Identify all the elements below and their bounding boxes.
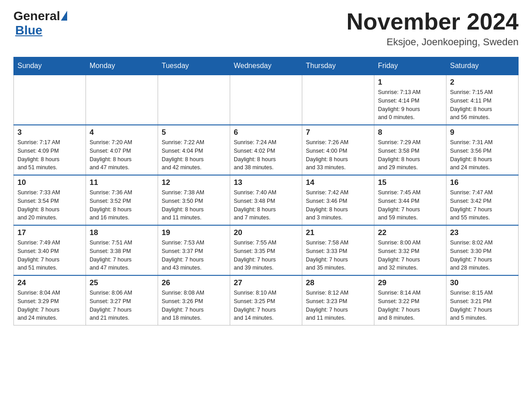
day-number: 16 xyxy=(450,178,515,187)
day-info: Sunrise: 8:12 AMSunset: 3:23 PMDaylight:… xyxy=(306,289,370,322)
calendar-header-thursday: Thursday xyxy=(302,57,374,75)
day-info: Sunrise: 7:17 AMSunset: 4:09 PMDaylight:… xyxy=(17,138,82,172)
day-number: 15 xyxy=(378,178,442,187)
calendar-header-sunday: Sunday xyxy=(14,57,86,75)
day-number: 25 xyxy=(90,278,154,287)
day-info: Sunrise: 7:45 AMSunset: 3:44 PMDaylight:… xyxy=(378,188,442,222)
calendar-cell: 23Sunrise: 8:02 AMSunset: 3:30 PMDayligh… xyxy=(446,225,519,275)
day-number: 20 xyxy=(234,228,298,237)
calendar-cell: 30Sunrise: 8:15 AMSunset: 3:21 PMDayligh… xyxy=(446,275,519,325)
day-info: Sunrise: 7:15 AMSunset: 4:11 PMDaylight:… xyxy=(450,88,515,122)
day-info: Sunrise: 7:38 AMSunset: 3:50 PMDaylight:… xyxy=(162,188,226,222)
day-number: 28 xyxy=(306,278,370,287)
calendar-cell: 1Sunrise: 7:13 AMSunset: 4:14 PMDaylight… xyxy=(374,75,446,125)
location-subtitle: Eksjoe, Joenkoeping, Sweden xyxy=(347,36,519,48)
day-number: 14 xyxy=(306,178,370,187)
logo: General Blue xyxy=(13,9,67,38)
month-title: November 2024 xyxy=(347,9,519,34)
calendar-cell: 10Sunrise: 7:33 AMSunset: 3:54 PMDayligh… xyxy=(14,175,86,225)
calendar-header-tuesday: Tuesday xyxy=(158,57,230,75)
calendar-cell xyxy=(14,75,86,125)
calendar-cell: 28Sunrise: 8:12 AMSunset: 3:23 PMDayligh… xyxy=(302,275,374,325)
logo-blue-text: Blue xyxy=(15,23,43,38)
day-info: Sunrise: 8:06 AMSunset: 3:27 PMDaylight:… xyxy=(90,289,154,322)
day-info: Sunrise: 8:08 AMSunset: 3:26 PMDaylight:… xyxy=(162,289,226,322)
day-number: 18 xyxy=(90,228,154,237)
day-number: 7 xyxy=(306,128,370,137)
day-number: 10 xyxy=(17,178,82,187)
page-header: General Blue November 2024 Eksjoe, Joenk… xyxy=(13,9,519,48)
day-info: Sunrise: 7:53 AMSunset: 3:37 PMDaylight:… xyxy=(162,239,226,272)
day-info: Sunrise: 7:40 AMSunset: 3:48 PMDaylight:… xyxy=(234,188,298,222)
calendar-cell: 18Sunrise: 7:51 AMSunset: 3:38 PMDayligh… xyxy=(86,225,158,275)
day-info: Sunrise: 8:10 AMSunset: 3:25 PMDaylight:… xyxy=(234,289,298,322)
day-number: 12 xyxy=(162,178,226,187)
calendar-cell: 22Sunrise: 8:00 AMSunset: 3:32 PMDayligh… xyxy=(374,225,446,275)
day-number: 13 xyxy=(234,178,298,187)
calendar-cell: 16Sunrise: 7:47 AMSunset: 3:42 PMDayligh… xyxy=(446,175,519,225)
calendar-header-wednesday: Wednesday xyxy=(230,57,302,75)
day-info: Sunrise: 7:24 AMSunset: 4:02 PMDaylight:… xyxy=(234,138,298,172)
day-number: 26 xyxy=(162,278,226,287)
calendar-cell xyxy=(158,75,230,125)
day-info: Sunrise: 7:31 AMSunset: 3:56 PMDaylight:… xyxy=(450,138,515,172)
calendar-cell: 4Sunrise: 7:20 AMSunset: 4:07 PMDaylight… xyxy=(86,125,158,175)
calendar-header-monday: Monday xyxy=(86,57,158,75)
day-number: 5 xyxy=(162,128,226,137)
day-info: Sunrise: 7:29 AMSunset: 3:58 PMDaylight:… xyxy=(378,138,442,172)
day-info: Sunrise: 7:33 AMSunset: 3:54 PMDaylight:… xyxy=(17,188,82,222)
calendar-cell: 21Sunrise: 7:58 AMSunset: 3:33 PMDayligh… xyxy=(302,225,374,275)
calendar-cell: 9Sunrise: 7:31 AMSunset: 3:56 PMDaylight… xyxy=(446,125,519,175)
calendar-cell: 11Sunrise: 7:36 AMSunset: 3:52 PMDayligh… xyxy=(86,175,158,225)
day-number: 11 xyxy=(90,178,154,187)
day-info: Sunrise: 8:14 AMSunset: 3:22 PMDaylight:… xyxy=(378,289,442,322)
calendar-cell: 17Sunrise: 7:49 AMSunset: 3:40 PMDayligh… xyxy=(14,225,86,275)
calendar-cell: 6Sunrise: 7:24 AMSunset: 4:02 PMDaylight… xyxy=(230,125,302,175)
day-info: Sunrise: 8:02 AMSunset: 3:30 PMDaylight:… xyxy=(450,239,515,272)
calendar-cell: 15Sunrise: 7:45 AMSunset: 3:44 PMDayligh… xyxy=(374,175,446,225)
day-number: 29 xyxy=(378,278,442,287)
day-number: 1 xyxy=(378,78,442,87)
day-info: Sunrise: 8:15 AMSunset: 3:21 PMDaylight:… xyxy=(450,289,515,322)
calendar-header-row: SundayMondayTuesdayWednesdayThursdayFrid… xyxy=(14,57,519,75)
day-info: Sunrise: 8:04 AMSunset: 3:29 PMDaylight:… xyxy=(17,289,82,322)
calendar-cell: 8Sunrise: 7:29 AMSunset: 3:58 PMDaylight… xyxy=(374,125,446,175)
day-number: 23 xyxy=(450,228,515,237)
day-info: Sunrise: 8:00 AMSunset: 3:32 PMDaylight:… xyxy=(378,239,442,272)
day-info: Sunrise: 7:58 AMSunset: 3:33 PMDaylight:… xyxy=(306,239,370,272)
day-info: Sunrise: 7:47 AMSunset: 3:42 PMDaylight:… xyxy=(450,188,515,222)
calendar-cell xyxy=(230,75,302,125)
calendar-cell: 2Sunrise: 7:15 AMSunset: 4:11 PMDaylight… xyxy=(446,75,519,125)
calendar-cell: 14Sunrise: 7:42 AMSunset: 3:46 PMDayligh… xyxy=(302,175,374,225)
calendar-cell: 13Sunrise: 7:40 AMSunset: 3:48 PMDayligh… xyxy=(230,175,302,225)
day-info: Sunrise: 7:22 AMSunset: 4:04 PMDaylight:… xyxy=(162,138,226,172)
day-number: 6 xyxy=(234,128,298,137)
day-number: 9 xyxy=(450,128,515,137)
day-info: Sunrise: 7:55 AMSunset: 3:35 PMDaylight:… xyxy=(234,239,298,272)
calendar-cell: 20Sunrise: 7:55 AMSunset: 3:35 PMDayligh… xyxy=(230,225,302,275)
day-number: 4 xyxy=(90,128,154,137)
calendar-cell: 25Sunrise: 8:06 AMSunset: 3:27 PMDayligh… xyxy=(86,275,158,325)
logo-triangle-icon xyxy=(61,11,67,21)
calendar-week-row: 3Sunrise: 7:17 AMSunset: 4:09 PMDaylight… xyxy=(14,125,519,175)
calendar-cell: 19Sunrise: 7:53 AMSunset: 3:37 PMDayligh… xyxy=(158,225,230,275)
calendar-week-row: 17Sunrise: 7:49 AMSunset: 3:40 PMDayligh… xyxy=(14,225,519,275)
calendar-cell: 12Sunrise: 7:38 AMSunset: 3:50 PMDayligh… xyxy=(158,175,230,225)
calendar-week-row: 1Sunrise: 7:13 AMSunset: 4:14 PMDaylight… xyxy=(14,75,519,125)
day-info: Sunrise: 7:26 AMSunset: 4:00 PMDaylight:… xyxy=(306,138,370,172)
calendar-cell xyxy=(302,75,374,125)
calendar-week-row: 10Sunrise: 7:33 AMSunset: 3:54 PMDayligh… xyxy=(14,175,519,225)
day-info: Sunrise: 7:49 AMSunset: 3:40 PMDaylight:… xyxy=(17,239,82,272)
calendar-cell: 29Sunrise: 8:14 AMSunset: 3:22 PMDayligh… xyxy=(374,275,446,325)
day-number: 3 xyxy=(17,128,82,137)
calendar-table: SundayMondayTuesdayWednesdayThursdayFrid… xyxy=(13,57,519,325)
day-info: Sunrise: 7:20 AMSunset: 4:07 PMDaylight:… xyxy=(90,138,154,172)
calendar-cell xyxy=(86,75,158,125)
day-info: Sunrise: 7:13 AMSunset: 4:14 PMDaylight:… xyxy=(378,88,442,122)
day-number: 27 xyxy=(234,278,298,287)
day-number: 24 xyxy=(17,278,82,287)
logo-general-text: General xyxy=(13,9,60,23)
calendar-cell: 5Sunrise: 7:22 AMSunset: 4:04 PMDaylight… xyxy=(158,125,230,175)
calendar-header-saturday: Saturday xyxy=(446,57,519,75)
day-number: 2 xyxy=(450,78,515,87)
